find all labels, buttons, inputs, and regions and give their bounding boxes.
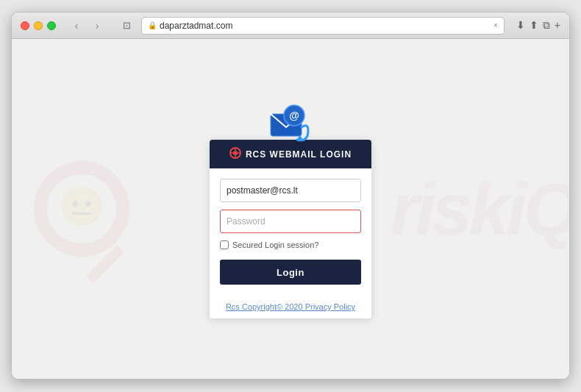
email-icon: @ [265,99,316,147]
svg-text:@: @ [289,110,299,121]
card-header-title: RCS WEBMAIL LOGIN [246,149,352,160]
card-body: Secured Login session? Login [210,168,371,295]
username-group [220,179,361,202]
forward-button[interactable]: › [88,18,106,33]
close-traffic-light[interactable] [21,21,29,30]
email-icon-container: @ [265,99,316,147]
browser-content: 😐 riskiQ @ [12,39,569,379]
browser-titlebar: ‹ › ⊡ 🔒 daparztadmat.com × ⬇ ⬆ ⧉ + [12,13,569,39]
nav-buttons: ‹ › [68,18,106,33]
secured-session-checkbox[interactable] [220,240,229,249]
reader-mode-button[interactable]: ⊡ [118,18,135,33]
password-group [220,210,361,233]
url-text: daparztadmat.com [160,21,491,31]
address-bar-container: 🔒 daparztadmat.com × [141,17,505,35]
address-bar[interactable]: 🔒 daparztadmat.com × [141,17,505,35]
password-input[interactable] [220,210,361,233]
traffic-lights [21,21,56,30]
browser-window: ‹ › ⊡ 🔒 daparztadmat.com × ⬇ ⬆ ⧉ + 😐 [11,12,570,379]
minimize-traffic-light[interactable] [34,21,43,30]
secured-session-row: Secured Login session? [220,240,361,249]
lock-icon: 🔒 [148,21,157,29]
rcs-logo-icon [229,147,241,161]
share-button[interactable]: ⬆ [530,19,538,32]
card-footer: Rcs Copyright© 2020 Privacy Policy [210,295,371,318]
footer-link[interactable]: Rcs Copyright© 2020 Privacy Policy [226,302,355,311]
username-input[interactable] [220,179,361,202]
download-button[interactable]: ⬇ [516,19,525,32]
watermark-magnifier: 😐 [34,161,129,257]
clear-url-button[interactable]: × [493,21,498,29]
login-card: RCS WEBMAIL LOGIN Secured Login session?… [210,140,371,318]
new-window-button[interactable]: ⧉ [543,19,550,32]
new-tab-button[interactable]: + [555,19,560,32]
watermark-text: riskiQ [391,167,570,252]
secured-session-label: Secured Login session? [232,240,318,249]
back-button[interactable]: ‹ [68,18,85,33]
fullscreen-traffic-light[interactable] [47,21,56,30]
login-button[interactable]: Login [220,260,361,285]
login-wrapper: @ RCS W [210,99,371,318]
browser-actions: ⬇ ⬆ ⧉ + [516,19,560,32]
